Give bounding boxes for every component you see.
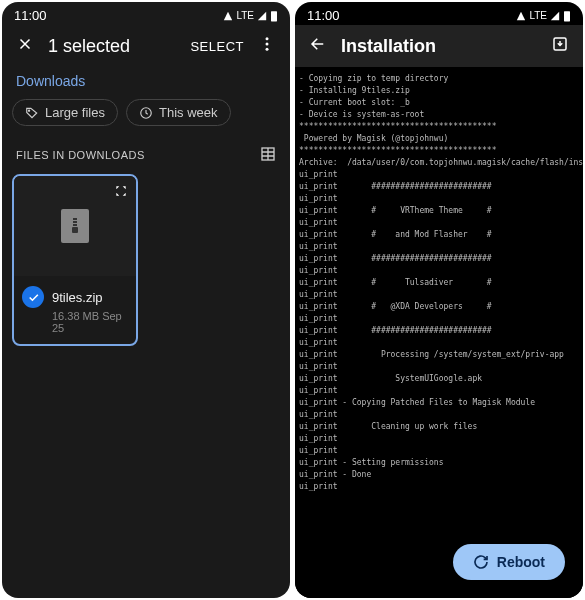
clock-icon	[139, 106, 153, 120]
select-button[interactable]: SELECT	[190, 39, 244, 54]
chip-this-week[interactable]: This week	[126, 99, 231, 126]
close-icon[interactable]	[16, 35, 34, 57]
installation-screen: 11:00 LTE Installation - Copying zip to …	[295, 2, 583, 598]
svg-point-1	[266, 37, 269, 40]
chip-large-files[interactable]: Large files	[12, 99, 118, 126]
back-icon[interactable]	[309, 35, 327, 57]
selected-check-icon[interactable]	[22, 286, 44, 308]
file-info-row: 9tiles.zip	[14, 276, 136, 308]
zip-icon	[61, 209, 89, 243]
file-meta: 16.38 MB Sep 25	[14, 308, 136, 334]
expand-icon[interactable]	[114, 184, 128, 202]
svg-rect-11	[564, 11, 570, 21]
selection-toolbar: 1 selected SELECT	[2, 25, 290, 67]
status-bar: 11:00 LTE	[2, 2, 290, 25]
console-output: - Copying zip to temp directory - Instal…	[295, 67, 583, 598]
svg-rect-10	[72, 227, 78, 233]
clock: 11:00	[14, 8, 47, 23]
svg-point-3	[266, 48, 269, 51]
svg-rect-9	[73, 224, 77, 226]
svg-point-4	[29, 110, 30, 111]
breadcrumb[interactable]: Downloads	[2, 67, 290, 99]
status-bar: 11:00 LTE	[295, 2, 583, 25]
reboot-button[interactable]: Reboot	[453, 544, 565, 580]
section-header: FILES IN DOWNLOADS	[2, 140, 290, 174]
refresh-icon	[473, 554, 489, 570]
filter-chips: Large files This week	[2, 99, 290, 140]
selection-title: 1 selected	[48, 36, 176, 57]
svg-rect-7	[73, 218, 77, 220]
tag-icon	[25, 106, 39, 120]
status-icons: LTE	[223, 10, 278, 22]
svg-point-2	[266, 43, 269, 46]
save-log-icon[interactable]	[551, 35, 569, 57]
install-toolbar: Installation	[295, 25, 583, 67]
file-picker-screen: 11:00 LTE 1 selected SELECT Downloads La…	[2, 2, 290, 598]
file-grid: 9tiles.zip 16.38 MB Sep 25	[2, 174, 290, 346]
clock: 11:00	[307, 8, 340, 23]
svg-rect-0	[271, 11, 277, 21]
svg-rect-8	[73, 221, 77, 223]
page-title: Installation	[341, 36, 537, 57]
status-icons: LTE	[516, 10, 571, 22]
file-card[interactable]: 9tiles.zip 16.38 MB Sep 25	[12, 174, 138, 346]
file-name: 9tiles.zip	[52, 290, 103, 305]
file-thumbnail	[14, 176, 136, 276]
more-icon[interactable]	[258, 35, 276, 57]
view-toggle-icon[interactable]	[260, 146, 276, 164]
